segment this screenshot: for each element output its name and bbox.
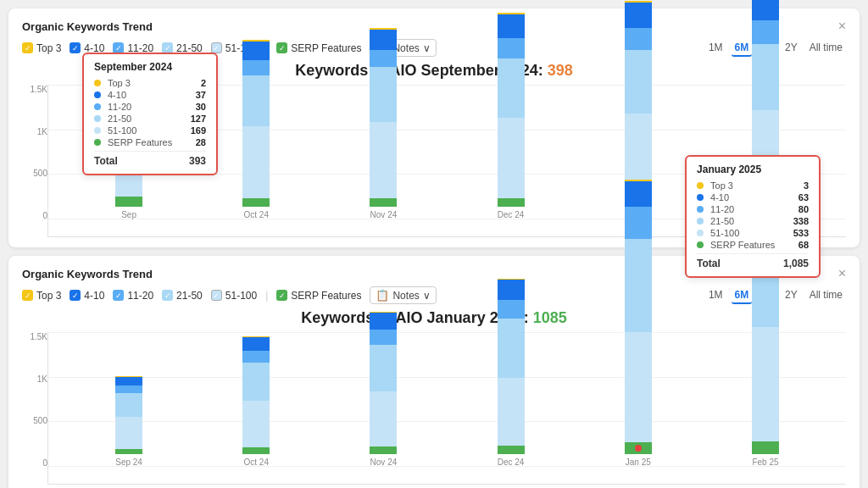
bar-stack: [498, 279, 525, 454]
tooltip-dot: [697, 182, 704, 189]
tooltip-row-label: 4-10: [108, 90, 189, 100]
bar-segment: [370, 330, 397, 345]
filter-item-0[interactable]: ✓Top 3: [22, 290, 61, 302]
tooltip-dot: [94, 103, 101, 110]
tooltip-row-label: 51-100: [108, 125, 184, 136]
tooltip-row-label: Top 3: [108, 78, 194, 88]
bar-x-label: Oct 24: [244, 210, 269, 219]
tooltip-dot: [697, 206, 704, 213]
filter-checkbox[interactable]: ✓: [70, 290, 81, 301]
tooltip-dot: [697, 241, 704, 248]
bar-segment: [498, 14, 525, 38]
tooltip-row-value: 30: [196, 102, 206, 112]
bar-x-label: Feb 25: [752, 458, 778, 467]
bar-segment: [370, 345, 397, 391]
chart-panel-1: Organic Keywords Trend×✓Top 3✓4-10✓11-20…: [8, 256, 860, 488]
filter-item-1[interactable]: ✓4-10: [70, 290, 104, 302]
close-icon[interactable]: ×: [838, 266, 846, 281]
tooltip-row-label: SERP Features: [710, 240, 792, 250]
bar-segment: [370, 391, 397, 446]
bar-segment: [625, 28, 652, 50]
bar-group: Dec 24: [448, 279, 575, 467]
tooltip-row-label: 11-20: [710, 204, 792, 214]
filter-checkbox[interactable]: ✓: [22, 290, 33, 301]
bar-segment: [498, 280, 525, 300]
notes-chevron: ∨: [423, 290, 431, 302]
filter-checkbox[interactable]: ✓: [70, 42, 81, 53]
bar-segment: [115, 385, 142, 393]
bar-segment: [752, 0, 779, 20]
bar-segment: [625, 239, 652, 332]
tooltip-total-row: Total1,085: [697, 258, 809, 269]
filter-item-3[interactable]: ✓21-50: [162, 290, 203, 302]
filter-checkbox[interactable]: ✓: [276, 290, 287, 301]
tooltip-dot: [94, 127, 101, 134]
tooltip-box: September 2024Top 324-103711-203021-5012…: [82, 53, 218, 175]
tooltip-row-value: 169: [191, 125, 206, 136]
bar-x-label: Jan 25: [626, 458, 651, 467]
notes-button[interactable]: 📋Notes∨: [370, 286, 436, 304]
bar-segment: [370, 67, 397, 122]
y-label: 1K: [37, 374, 47, 384]
close-icon[interactable]: ×: [838, 19, 846, 34]
bar-segment: [752, 327, 779, 441]
bar-segment: [242, 401, 270, 447]
tooltip-row-value: 63: [798, 192, 809, 202]
bar-segment: [242, 198, 270, 207]
bar-segment: [752, 44, 779, 110]
filter-item-4[interactable]: ✓51-100: [211, 290, 257, 302]
bar-segment: [370, 446, 397, 454]
tooltip-total-value: 393: [189, 155, 206, 167]
bar-segment: [752, 20, 779, 44]
filter-item-0[interactable]: ✓Top 3: [22, 42, 61, 54]
bar-segment: [115, 377, 142, 385]
bar-stack: [625, 180, 652, 454]
bar-group: Nov 24: [320, 312, 447, 467]
tooltip-row-value: 68: [798, 240, 809, 250]
tooltip-row-label: 21-50: [108, 114, 184, 124]
tooltip-row: SERP Features28: [94, 137, 206, 147]
filter-checkbox[interactable]: ✓: [162, 290, 173, 301]
tooltip-divider: [697, 253, 809, 254]
tooltip-row-label: 4-10: [710, 192, 792, 202]
bar-group: Sep 24: [65, 376, 192, 467]
filter-item-2[interactable]: ✓11-20: [113, 290, 153, 302]
tooltip-divider: [94, 151, 206, 152]
bar-segment: [242, 126, 270, 198]
tooltip-row: 51-100533: [697, 228, 809, 238]
filter-checkbox[interactable]: ✓: [22, 42, 33, 53]
tooltip-dot: [94, 92, 101, 98]
y-axis: 1.5K1K5000: [22, 332, 47, 485]
filter-checkbox[interactable]: ✓: [113, 290, 124, 301]
filter-checkbox[interactable]: ✓: [211, 290, 222, 301]
bar-x-label: Sep 24: [115, 458, 142, 467]
tooltip-dot: [697, 218, 704, 225]
bar-x-label: Dec 24: [498, 458, 525, 467]
bar-segment: [625, 181, 652, 207]
bar-group: Oct 24: [192, 336, 320, 467]
bar-segment: [625, 50, 652, 114]
tooltip-row: 4-1063: [697, 192, 809, 202]
tooltip-total-label: Total: [697, 258, 721, 269]
tooltip-row-label: 11-20: [108, 102, 189, 112]
y-label: 1.5K: [30, 332, 47, 341]
filter-item-5[interactable]: ✓SERP Features: [276, 290, 361, 302]
tooltip-row-label: SERP Features: [108, 137, 189, 147]
tooltip-dot: [697, 230, 704, 236]
y-label: 1K: [37, 127, 47, 136]
tooltip-row: SERP Features68: [697, 240, 809, 250]
filter-label: 4-10: [84, 290, 104, 302]
bar-stack: [370, 312, 397, 454]
bar-segment: [498, 446, 525, 454]
notes-label: Notes: [392, 290, 419, 302]
bar-segment: [242, 42, 270, 60]
bar-segment: [242, 363, 270, 401]
bar-segment: [370, 313, 397, 330]
note-icon: 📋: [376, 289, 389, 302]
filter-label: 11-20: [127, 290, 153, 302]
bar-segment: [752, 441, 779, 454]
tooltip-row-value: 28: [196, 137, 206, 147]
tooltip-dot: [94, 139, 101, 146]
bar-group: Dec 24: [448, 13, 575, 219]
bar-x-label: Nov 24: [370, 210, 398, 219]
